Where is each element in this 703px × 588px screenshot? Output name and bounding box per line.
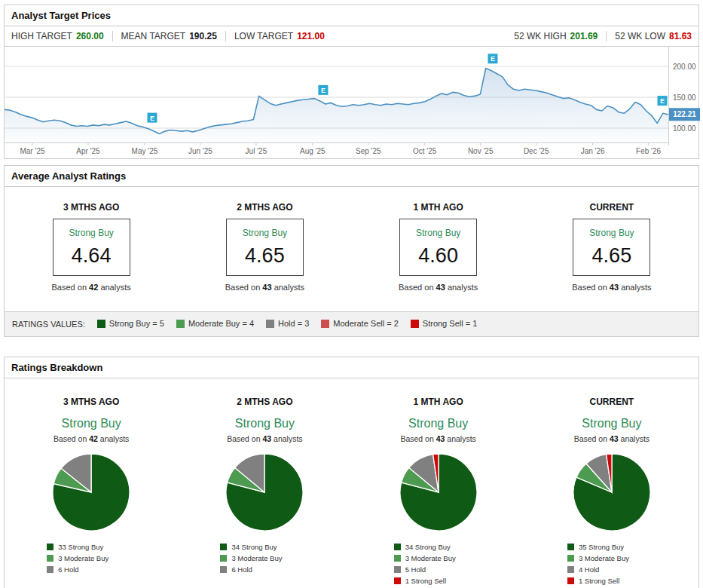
period-label: CURRENT (525, 202, 698, 213)
period-label: 1 MTH AGO (352, 202, 525, 213)
ratings-legend-label: Strong Sell = 1 (423, 319, 477, 328)
legend-color-swatch (321, 320, 329, 328)
based-on-analysts: Based on 43 analysts (178, 434, 351, 443)
price-chart[interactable]: Mar '25Apr '25May '25Jun '25Jul '25Aug '… (5, 47, 698, 158)
pie-legend-item: 34 Strong Buy (220, 543, 309, 551)
based-prefix: Based on (574, 434, 607, 443)
rating-score-box: Strong Buy 4.64 (53, 219, 130, 276)
breakdown-column-3mths: 3 MTHS AGO Strong Buy Based on 42 analys… (5, 397, 178, 588)
period-label: 1 MTH AGO (352, 397, 525, 407)
legend-color-swatch (567, 555, 574, 562)
stat-label: HIGH TARGET (11, 31, 72, 41)
breakdown-column-2mths: 2 MTHS AGO Strong Buy Based on 43 analys… (178, 397, 351, 588)
based-suffix: analysts (274, 434, 303, 443)
ratings-legend-item: Strong Sell = 1 (411, 319, 477, 328)
rating-score: 4.64 (53, 244, 130, 268)
svg-text:Feb '26: Feb '26 (636, 147, 661, 155)
svg-text:200.00: 200.00 (673, 63, 696, 71)
pie-legend-item: 33 Strong Buy (47, 543, 136, 551)
svg-text:150.00: 150.00 (673, 93, 696, 102)
based-prefix: Based on (52, 283, 87, 292)
based-on-analysts: Based on 42 analysts (5, 434, 178, 443)
svg-text:Apr '25: Apr '25 (76, 147, 100, 155)
ratings-legend-item: Hold = 3 (266, 319, 309, 328)
rating-score-box: Strong Buy 4.60 (399, 219, 477, 276)
ratings-pie-chart[interactable] (572, 452, 652, 532)
based-prefix: Based on (227, 434, 260, 443)
legend-color-swatch (266, 320, 274, 328)
pie-legend: 33 Strong Buy3 Moderate Buy6 Hold (47, 543, 136, 574)
analyst-count: 43 (610, 283, 619, 292)
avg-rating-column-current: CURRENT Strong Buy 4.65 Based on 43 anal… (525, 202, 698, 292)
target-stats-left: HIGH TARGET 260.00 MEAN TARGET 190.25 LO… (11, 31, 325, 41)
ratings-pie-chart[interactable] (399, 452, 478, 532)
pie-legend-item: 3 Moderate Buy (394, 554, 483, 562)
ratings-breakdown-columns: 3 MTHS AGO Strong Buy Based on 42 analys… (5, 378, 698, 588)
stat-value: 201.69 (570, 31, 598, 41)
legend-color-swatch (47, 555, 53, 562)
based-prefix: Based on (399, 283, 433, 292)
stat-low-target: LOW TARGET 121.00 (234, 31, 325, 41)
analyst-count: 42 (89, 283, 98, 292)
legend-color-swatch (567, 566, 574, 573)
based-prefix: Based on (53, 434, 87, 443)
pie-legend: 35 Strong Buy3 Moderate Buy4 Hold1 Stron… (567, 543, 656, 585)
based-on-analysts: Based on 43 analysts (178, 283, 351, 292)
svg-text:Sep '25: Sep '25 (356, 147, 381, 155)
rating-name: Strong Buy (227, 228, 303, 238)
divider (112, 31, 113, 41)
pie-legend-item: 5 Hold (394, 565, 483, 574)
svg-text:Aug '25: Aug '25 (300, 147, 326, 155)
price-chart-canvas[interactable]: Mar '25Apr '25May '25Jun '25Jul '25Aug '… (5, 47, 700, 158)
analyst-count: 42 (89, 434, 98, 443)
ratings-pie-chart[interactable] (225, 452, 304, 532)
pie-legend-item: 3 Moderate Buy (47, 554, 136, 562)
pie-legend-label: 3 Moderate Buy (58, 554, 109, 562)
pie-legend-item: 35 Strong Buy (567, 543, 656, 551)
pie-legend-label: 5 Hold (405, 565, 426, 574)
stat-mean-target: MEAN TARGET 190.25 (121, 31, 217, 41)
estimate-event-marker[interactable]: E (658, 96, 668, 106)
based-suffix: analysts (100, 283, 130, 292)
analyst-count: 43 (262, 283, 271, 292)
pie-legend-label: 1 Strong Sell (405, 577, 446, 585)
estimate-event-marker[interactable]: E (318, 85, 328, 95)
svg-text:Jul '25: Jul '25 (246, 147, 267, 155)
section-title-analyst-target-prices: Analyst Target Prices (5, 5, 698, 26)
average-analyst-ratings-panel: Average Analyst Ratings 3 MTHS AGO Stron… (4, 165, 699, 337)
pie-legend-item: 4 Hold (567, 565, 656, 574)
pie-legend-label: 33 Strong Buy (58, 543, 103, 551)
pie-legend-label: 34 Strong Buy (231, 543, 277, 551)
estimate-event-marker[interactable]: E (488, 54, 498, 63)
analyst-target-prices-panel: Analyst Target Prices HIGH TARGET 260.00… (4, 5, 699, 159)
based-suffix: analysts (447, 434, 476, 443)
stat-label: LOW TARGET (234, 31, 293, 41)
svg-text:100.00: 100.00 (673, 124, 696, 133)
legend-color-swatch (220, 544, 227, 550)
svg-text:E: E (491, 55, 495, 63)
ratings-values-title: RATINGS VALUES: (12, 320, 85, 329)
based-prefix: Based on (225, 283, 260, 292)
section-title-ratings-breakdown: Ratings Breakdown (5, 357, 698, 378)
legend-color-swatch (394, 577, 401, 584)
legend-color-swatch (176, 320, 185, 328)
period-label: CURRENT (525, 397, 698, 407)
pie-legend-item: 3 Moderate Buy (220, 554, 309, 562)
pie-legend-item: 1 Strong Sell (567, 577, 656, 585)
ratings-pie-chart[interactable] (51, 452, 131, 532)
target-stats-row: HIGH TARGET 260.00 MEAN TARGET 190.25 LO… (5, 26, 698, 47)
rating-score-box: Strong Buy 4.65 (573, 219, 650, 276)
period-label: 3 MTHS AGO (5, 397, 178, 407)
ratings-legend-label: Strong Buy = 5 (109, 319, 164, 328)
ratings-legend-label: Moderate Sell = 2 (333, 319, 399, 328)
svg-text:Oct '25: Oct '25 (413, 147, 437, 155)
stat-value: 121.00 (297, 31, 325, 41)
pie-legend-label: 4 Hold (579, 565, 599, 574)
ratings-legend-item: Moderate Buy = 4 (176, 319, 254, 328)
divider (225, 31, 226, 41)
svg-text:Dec '25: Dec '25 (524, 147, 549, 155)
rating-name: Strong Buy (5, 417, 178, 430)
ratings-legend-item: Strong Buy = 5 (97, 319, 164, 328)
estimate-event-marker[interactable]: E (148, 113, 157, 123)
rating-name: Strong Buy (400, 228, 476, 238)
